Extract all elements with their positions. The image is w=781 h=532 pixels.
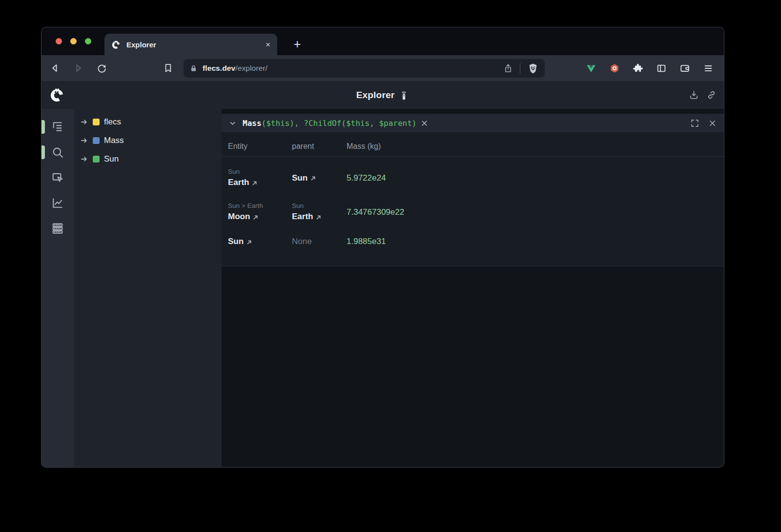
permalink-icon[interactable] [706, 90, 717, 100]
expand-arrow-icon[interactable] [80, 119, 88, 125]
screen: Explorer × + flecs.dev/expl [0, 0, 781, 532]
column-header-parent: parent [292, 138, 347, 151]
open-entity-icon [247, 240, 252, 245]
tree-item-label: Mass [104, 136, 124, 145]
open-entity-icon [310, 176, 316, 181]
back-icon[interactable] [50, 63, 60, 73]
parent-link[interactable]: Earth [292, 210, 347, 223]
divider [520, 63, 520, 74]
table-row: Sun > Earth Moon Sun Earth [228, 201, 724, 224]
open-entity-icon [316, 215, 321, 220]
sidebar [41, 109, 74, 468]
table-row: Sun Earth Sun [228, 166, 724, 189]
fullscreen-icon[interactable] [691, 119, 699, 127]
active-indicator [41, 145, 45, 159]
forward-icon[interactable] [73, 63, 83, 73]
column-header-mass: Mass (kg) [347, 138, 724, 151]
minimize-window-button[interactable] [70, 38, 77, 44]
stats-icon[interactable] [51, 196, 64, 210]
entity-color-swatch [93, 156, 100, 163]
flecs-logo [49, 87, 64, 102]
url-text: flecs.dev/explorer/ [203, 64, 503, 73]
expand-arrow-icon[interactable] [80, 138, 88, 143]
tree-item-label: flecs [104, 117, 121, 127]
tab-bar: Explorer × + [41, 27, 724, 55]
sidebar-toggle-icon[interactable] [656, 63, 667, 74]
url-domain: flecs.dev [203, 64, 235, 72]
open-entity-icon [252, 181, 257, 186]
entity-name: Sun [228, 235, 244, 248]
query-results: Sun Earth Sun [222, 157, 724, 248]
browser-window: Explorer × + flecs.dev/expl [41, 27, 724, 468]
entity-name: Earth [228, 176, 249, 189]
tree-item-flecs[interactable]: flecs [74, 113, 222, 131]
search-icon[interactable] [51, 145, 64, 159]
new-tab-button[interactable]: + [288, 34, 307, 54]
app-header: Explorer [41, 81, 724, 109]
tree-item-mass[interactable]: Mass [74, 131, 222, 150]
tab-close-button[interactable]: × [266, 41, 270, 49]
collapse-chevron-icon[interactable] [229, 120, 236, 127]
parent-none: None [292, 237, 347, 246]
mass-value: 5.9722e24 [347, 166, 724, 189]
main-content: flecs Mass Sun [41, 109, 724, 468]
zoom-window-button[interactable] [85, 38, 91, 44]
query-area: Mass($this), ?ChildOf($this, $parent) En… [222, 109, 724, 468]
parent-name: Earth [292, 210, 313, 223]
clear-query-icon[interactable] [421, 120, 428, 126]
close-query-icon[interactable] [708, 119, 717, 127]
url-path: /explorer/ [235, 64, 267, 72]
parent-name: Sun [292, 172, 308, 184]
remote-connected-icon[interactable] [399, 89, 409, 101]
close-window-button[interactable] [56, 38, 62, 44]
query-panel: Mass($this), ?ChildOf($this, $parent) En… [222, 114, 724, 266]
entity-path: Sun [228, 167, 292, 176]
extensions-puzzle-icon[interactable] [633, 63, 643, 74]
entity-tree-panel: flecs Mass Sun [74, 109, 222, 468]
entity-link[interactable]: Moon [228, 210, 292, 223]
expand-arrow-icon[interactable] [80, 156, 88, 162]
entity-tree-icon[interactable] [51, 120, 64, 134]
url-bar[interactable]: flecs.dev/explorer/ [184, 59, 545, 78]
entity-name: Moon [228, 210, 250, 223]
entity-color-swatch [93, 137, 100, 144]
mass-value: 1.9885e31 [347, 235, 724, 248]
memory-icon[interactable] [51, 222, 64, 235]
vue-extension-icon[interactable] [586, 63, 596, 74]
tree-item-label: Sun [104, 154, 119, 164]
entity-link[interactable]: Sun [228, 235, 292, 248]
mass-value: 7.34767309e22 [347, 201, 724, 224]
tab-title: Explorer [126, 41, 266, 49]
menu-icon[interactable] [703, 63, 714, 74]
table-row: Sun None 1.9885e31 [228, 235, 724, 248]
tree-item-sun[interactable]: Sun [74, 150, 222, 168]
wallet-icon[interactable] [679, 63, 690, 74]
download-icon[interactable] [689, 90, 699, 100]
query-expression[interactable]: Mass($this), ?ChildOf($this, $parent) [243, 119, 416, 128]
lock-icon [189, 64, 198, 73]
table-header-row: Entity parent Mass (kg) [222, 132, 724, 157]
hexagon-extension-icon[interactable] [609, 63, 620, 74]
open-entity-icon [253, 215, 258, 220]
column-header-entity: Entity [228, 138, 292, 151]
query-header: Mass($this), ?ChildOf($this, $parent) [222, 114, 724, 132]
bookmark-icon[interactable] [163, 63, 173, 73]
page-title: Explorer [356, 90, 395, 101]
browser-tab[interactable]: Explorer × [104, 34, 277, 55]
flecs-favicon [111, 40, 121, 49]
traffic-lights [56, 38, 91, 44]
browser-toolbar: flecs.dev/explorer/ [41, 55, 724, 81]
brave-shield-icon[interactable] [527, 62, 539, 74]
parent-path: Sun [292, 201, 347, 210]
entity-link[interactable]: Earth [228, 176, 292, 189]
share-icon[interactable] [503, 63, 513, 73]
reload-icon[interactable] [97, 63, 107, 73]
inspector-icon[interactable] [51, 171, 64, 184]
entity-color-swatch [93, 119, 100, 125]
active-indicator [41, 120, 45, 134]
entity-path: Sun > Earth [228, 201, 292, 210]
parent-link[interactable]: Sun [292, 172, 347, 184]
